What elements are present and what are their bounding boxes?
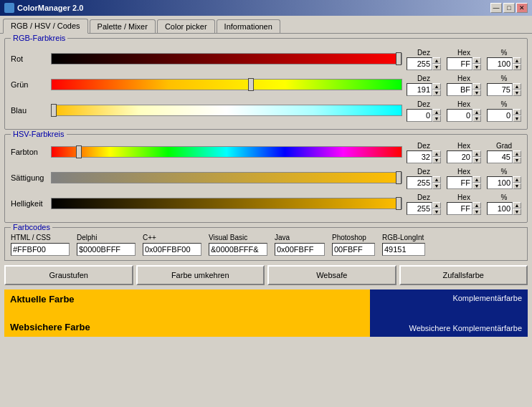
saettigung-pct-down[interactable]: ▼ bbox=[513, 183, 521, 189]
gruen-pct-down[interactable]: ▼ bbox=[513, 90, 521, 96]
tab-informationen[interactable]: Informationen bbox=[217, 19, 280, 33]
blau-hex-down[interactable]: ▼ bbox=[472, 115, 481, 122]
blau-pct-input[interactable] bbox=[487, 109, 513, 122]
blau-pct-down[interactable]: ▼ bbox=[513, 115, 521, 122]
rot-track bbox=[51, 53, 402, 64]
saettigung-thumb[interactable] bbox=[396, 171, 402, 184]
cpp-input[interactable] bbox=[143, 243, 201, 256]
helligkeit-hex-spin: ▲ ▼ bbox=[447, 202, 481, 215]
helligkeit-dez-down[interactable]: ▼ bbox=[432, 209, 441, 215]
farbton-grad-input[interactable] bbox=[487, 150, 513, 163]
rot-pct-up[interactable]: ▲ bbox=[513, 57, 521, 64]
blau-slider-container[interactable] bbox=[51, 104, 402, 117]
blau-dez-group: Dez ▲ ▼ bbox=[407, 100, 441, 122]
helligkeit-pct-up[interactable]: ▲ bbox=[513, 202, 521, 209]
saettigung-dez-input[interactable] bbox=[407, 176, 432, 189]
farbton-dez-up[interactable]: ▲ bbox=[432, 150, 441, 157]
gruen-slider-container[interactable] bbox=[51, 78, 402, 91]
umkehren-button[interactable]: Farbe umkehren bbox=[136, 265, 265, 285]
saettigung-dez-up[interactable]: ▲ bbox=[432, 176, 441, 183]
photoshop-input[interactable] bbox=[332, 243, 375, 256]
minimize-button[interactable]: — bbox=[490, 3, 502, 13]
saettigung-hex-up[interactable]: ▲ bbox=[472, 176, 481, 183]
blau-dez-label: Dez bbox=[407, 100, 441, 108]
helligkeit-dez-input[interactable] bbox=[407, 202, 432, 215]
helligkeit-pct-down[interactable]: ▼ bbox=[513, 209, 521, 215]
rot-dez-up[interactable]: ▲ bbox=[432, 57, 441, 64]
gruen-thumb[interactable] bbox=[248, 78, 254, 91]
gruen-row: Grün Dez ▲ ▼ Hex bbox=[11, 73, 521, 96]
saettigung-pct-input[interactable] bbox=[487, 176, 513, 189]
blau-dez-input[interactable] bbox=[407, 109, 432, 122]
farbton-hex-down[interactable]: ▼ bbox=[472, 157, 481, 163]
zufall-button[interactable]: Zufallsfarbe bbox=[399, 265, 528, 285]
helligkeit-thumb[interactable] bbox=[396, 197, 402, 210]
tab-palette[interactable]: Palette / Mixer bbox=[90, 19, 156, 33]
rot-hex-input[interactable] bbox=[447, 57, 472, 70]
vb-input[interactable] bbox=[209, 243, 267, 256]
blau-thumb[interactable] bbox=[51, 104, 57, 117]
gruen-pct-input[interactable] bbox=[487, 83, 513, 96]
saettigung-hex-input[interactable] bbox=[447, 176, 472, 189]
rot-dez-input[interactable] bbox=[407, 57, 432, 70]
farbton-thumb[interactable] bbox=[76, 145, 82, 158]
close-button[interactable]: ✕ bbox=[516, 3, 528, 13]
saettigung-pct-up[interactable]: ▲ bbox=[513, 176, 521, 183]
blau-hex-input[interactable] bbox=[447, 109, 472, 122]
gruen-pct-up[interactable]: ▲ bbox=[513, 83, 521, 90]
saettigung-hex-spin: ▲ ▼ bbox=[447, 176, 481, 189]
saettigung-dez-down[interactable]: ▼ bbox=[432, 183, 441, 189]
farbton-dez-spinbtns: ▲ ▼ bbox=[432, 150, 441, 163]
helligkeit-pct-input[interactable] bbox=[487, 202, 513, 215]
farbton-hex-up[interactable]: ▲ bbox=[472, 150, 481, 157]
rot-pct-input[interactable] bbox=[487, 57, 513, 70]
rot-hex-down[interactable]: ▼ bbox=[472, 64, 481, 70]
helligkeit-hex-up[interactable]: ▲ bbox=[472, 202, 481, 209]
farbton-slider-container[interactable] bbox=[51, 145, 402, 158]
blau-dez-down[interactable]: ▼ bbox=[432, 115, 441, 122]
rot-hex-up[interactable]: ▲ bbox=[472, 57, 481, 64]
rot-slider-container[interactable] bbox=[51, 52, 402, 65]
gruen-dez-down[interactable]: ▼ bbox=[432, 90, 441, 96]
java-input[interactable] bbox=[275, 243, 325, 256]
saettigung-dez-spinbtns: ▲ ▼ bbox=[432, 176, 441, 189]
rot-dez-down[interactable]: ▼ bbox=[432, 64, 441, 70]
farbton-hex-input[interactable] bbox=[447, 150, 472, 163]
tab-rgb[interactable]: RGB / HSV / Codes bbox=[3, 19, 88, 34]
gruen-pct-label: % bbox=[487, 75, 521, 82]
helligkeit-hex-spinbtns: ▲ ▼ bbox=[472, 202, 481, 215]
blau-pct-up[interactable]: ▲ bbox=[513, 109, 521, 115]
rot-thumb[interactable] bbox=[396, 52, 402, 65]
helligkeit-dez-up[interactable]: ▲ bbox=[432, 202, 441, 209]
websafe-button[interactable]: Websafe bbox=[267, 265, 396, 285]
gruen-dez-up[interactable]: ▲ bbox=[432, 83, 441, 90]
gruen-label: Grün bbox=[11, 80, 47, 89]
farbton-grad-up[interactable]: ▲ bbox=[513, 150, 521, 157]
blau-dez-up[interactable]: ▲ bbox=[432, 109, 441, 115]
farbton-dez-input[interactable] bbox=[407, 150, 432, 163]
saettigung-slider-container[interactable] bbox=[51, 171, 402, 184]
gruen-hex-input[interactable] bbox=[447, 83, 472, 96]
farbton-grad-group: Grad ▲ ▼ bbox=[487, 142, 521, 163]
gruen-hex-down[interactable]: ▼ bbox=[472, 90, 481, 96]
saettigung-pct-spin: ▲ ▼ bbox=[487, 176, 521, 189]
tab-colorpicker[interactable]: Color picker bbox=[157, 19, 215, 33]
html-label: HTML / CSS bbox=[11, 234, 70, 241]
maximize-button[interactable]: □ bbox=[503, 3, 515, 13]
rgb-longint-input[interactable] bbox=[382, 243, 425, 256]
rot-pct-down[interactable]: ▼ bbox=[513, 64, 521, 70]
farbton-grad-spinbtns: ▲ ▼ bbox=[513, 150, 521, 163]
farbton-dez-down[interactable]: ▼ bbox=[432, 157, 441, 163]
blau-hex-up[interactable]: ▲ bbox=[472, 109, 481, 115]
saettigung-dez-spin: ▲ ▼ bbox=[407, 176, 441, 189]
farbton-grad-down[interactable]: ▼ bbox=[513, 157, 521, 163]
gruen-hex-up[interactable]: ▲ bbox=[472, 83, 481, 90]
helligkeit-slider-container[interactable] bbox=[51, 197, 402, 210]
delphi-input[interactable] bbox=[77, 243, 136, 256]
saettigung-hex-down[interactable]: ▼ bbox=[472, 183, 481, 189]
graustufen-button[interactable]: Graustufen bbox=[4, 265, 133, 285]
html-input[interactable] bbox=[11, 243, 70, 256]
helligkeit-hex-input[interactable] bbox=[447, 202, 472, 215]
gruen-dez-input[interactable] bbox=[407, 83, 432, 96]
helligkeit-hex-down[interactable]: ▼ bbox=[472, 209, 481, 215]
